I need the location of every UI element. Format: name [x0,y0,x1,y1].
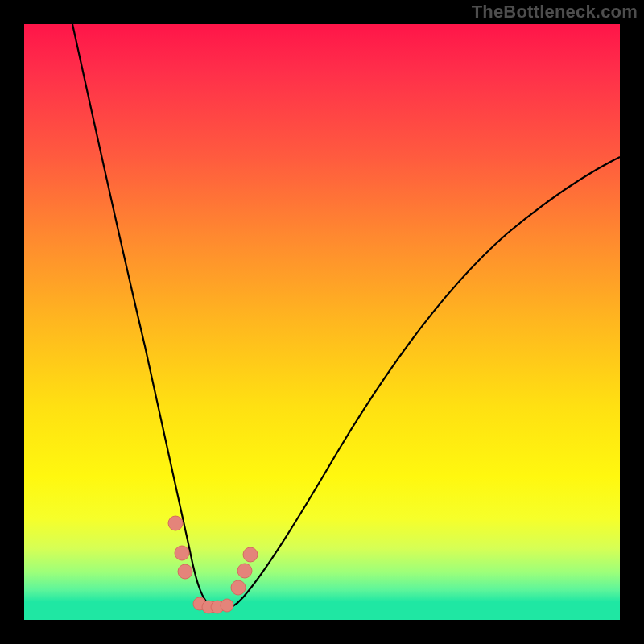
svg-point-7 [231,580,246,595]
curve-path [72,24,620,609]
svg-point-8 [237,564,252,578]
svg-point-1 [175,546,189,560]
watermark-text: TheBottleneck.com [472,2,638,23]
svg-point-0 [168,516,183,530]
curve-svg [24,24,620,620]
chart-frame: TheBottleneck.com [0,0,644,644]
svg-point-2 [178,564,192,579]
data-dots [168,516,258,613]
svg-point-9 [243,547,258,562]
plot-area [24,24,620,620]
svg-point-6 [221,599,233,612]
